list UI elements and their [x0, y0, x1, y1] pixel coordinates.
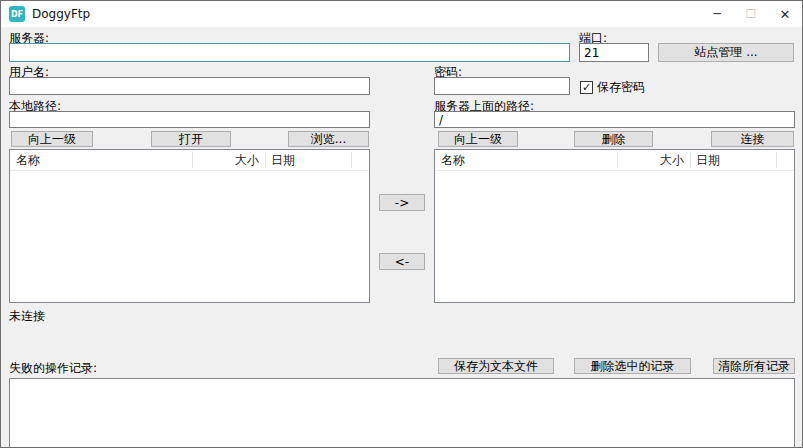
column-separator — [192, 152, 193, 168]
port-input[interactable]: 21 — [579, 43, 649, 62]
column-separator — [265, 152, 266, 168]
remote-file-list[interactable]: 名称 大小 日期 — [434, 149, 795, 303]
connection-status: 未连接 — [9, 308, 45, 325]
column-separator — [776, 152, 777, 168]
column-separator — [351, 152, 352, 168]
column-separator — [617, 152, 618, 168]
local-browse-button[interactable]: 浏览... — [288, 131, 369, 147]
remote-file-list-header: 名称 大小 日期 — [435, 150, 794, 171]
remote-path-input[interactable]: / — [434, 111, 795, 128]
window-controls: ─ ☐ ✕ — [700, 1, 802, 27]
close-button[interactable]: ✕ — [768, 1, 802, 27]
download-button[interactable]: <- — [379, 253, 425, 270]
remote-up-button[interactable]: 向上一级 — [438, 131, 518, 147]
local-path-input[interactable] — [9, 111, 370, 128]
remote-column-date[interactable]: 日期 — [690, 150, 776, 171]
local-column-size[interactable]: 大小 — [192, 150, 265, 171]
remote-file-list-body[interactable] — [435, 171, 794, 302]
remote-column-name[interactable]: 名称 — [435, 150, 617, 171]
username-input[interactable] — [9, 77, 370, 95]
failed-log-label: 失败的操作记录: — [9, 360, 97, 377]
column-separator — [690, 152, 691, 168]
app-window: DF DoggyFtp ─ ☐ ✕ 服务器: 端口: 21 站点管理 ... 用… — [0, 0, 803, 448]
clear-all-log-button[interactable]: 清除所有记录 — [713, 358, 795, 374]
local-file-list[interactable]: 名称 大小 日期 — [9, 149, 370, 303]
delete-selected-log-button[interactable]: 删除选中的记录 — [574, 358, 691, 374]
app-icon: DF — [9, 6, 25, 22]
remote-column-size[interactable]: 大小 — [617, 150, 690, 171]
local-column-name[interactable]: 名称 — [10, 150, 192, 171]
title-bar: DF DoggyFtp ─ ☐ ✕ — [1, 1, 802, 27]
upload-button[interactable]: -> — [379, 194, 425, 211]
window-title: DoggyFtp — [32, 7, 90, 21]
save-password-checkbox[interactable]: ✓ 保存密码 — [580, 79, 645, 96]
remote-connect-button[interactable]: 连接 — [711, 131, 794, 147]
password-input[interactable] — [434, 77, 570, 95]
minimize-button[interactable]: ─ — [700, 1, 734, 27]
save-log-button[interactable]: 保存为文本文件 — [438, 358, 554, 374]
save-password-label: 保存密码 — [597, 79, 645, 96]
server-input[interactable] — [9, 43, 570, 62]
local-open-button[interactable]: 打开 — [151, 131, 231, 147]
maximize-button[interactable]: ☐ — [734, 1, 768, 27]
local-file-list-header: 名称 大小 日期 — [10, 150, 369, 171]
failed-log-list[interactable] — [9, 378, 795, 448]
remote-delete-button[interactable]: 删除 — [574, 131, 653, 147]
local-up-button[interactable]: 向上一级 — [11, 131, 93, 147]
site-manager-button[interactable]: 站点管理 ... — [658, 43, 794, 62]
checkmark-icon: ✓ — [580, 81, 593, 94]
local-column-date[interactable]: 日期 — [265, 150, 351, 171]
local-file-list-body[interactable] — [10, 171, 369, 302]
